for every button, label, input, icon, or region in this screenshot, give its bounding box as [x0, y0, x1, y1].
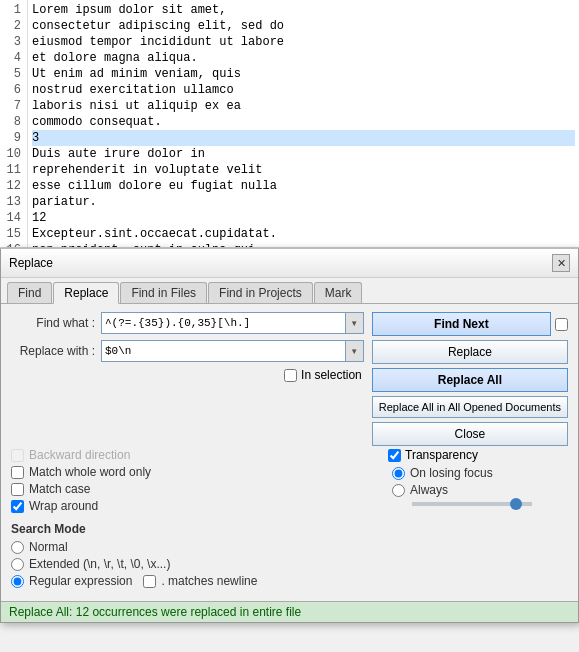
- line-number: 12: [4, 178, 21, 194]
- backward-direction-row: Backward direction: [11, 448, 378, 462]
- always-radio[interactable]: [392, 484, 405, 497]
- find-what-dropdown-arrow[interactable]: ▼: [346, 312, 364, 334]
- search-mode-section: Search Mode Normal Extended (\n, \r, \t,…: [11, 522, 378, 588]
- find-what-input[interactable]: [101, 312, 346, 334]
- match-case-label: Match case: [29, 482, 90, 496]
- options-area: Backward direction Match whole word only…: [11, 446, 568, 593]
- in-selection-row: In selection: [284, 368, 362, 382]
- on-losing-focus-radio[interactable]: [392, 467, 405, 480]
- dot-newline-label: . matches newline: [161, 574, 257, 588]
- tab-find-in-files[interactable]: Find in Files: [120, 282, 207, 303]
- editor-line: esse cillum dolore eu fugiat nulla: [32, 178, 575, 194]
- replace-with-row: Replace with : ▼: [11, 340, 364, 362]
- editor-line: Excepteur.sint.occaecat.cupidatat.: [32, 226, 575, 242]
- on-losing-focus-label: On losing focus: [410, 466, 493, 480]
- normal-label: Normal: [29, 540, 68, 554]
- tab-replace[interactable]: Replace: [53, 282, 119, 304]
- editor-line: laboris nisi ut aliquip ex ea: [32, 98, 575, 114]
- tab-find-in-projects[interactable]: Find in Projects: [208, 282, 313, 303]
- editor-content[interactable]: Lorem ipsum dolor sit amet,consectetur a…: [28, 0, 579, 247]
- transparency-checkbox[interactable]: [388, 449, 401, 462]
- replace-with-input[interactable]: [101, 340, 346, 362]
- always-row: Always: [392, 483, 568, 497]
- match-whole-word-label: Match whole word only: [29, 465, 151, 479]
- editor-line: 12: [32, 210, 575, 226]
- line-numbers: 123456789101112131415161718: [0, 0, 28, 247]
- always-label: Always: [410, 483, 448, 497]
- replace-dialog: Replace ✕ FindReplaceFind in FilesFind i…: [0, 248, 579, 623]
- editor-line: 3: [32, 130, 575, 146]
- editor-line: Duis aute irure dolor in: [32, 146, 575, 162]
- options-left: Backward direction Match whole word only…: [11, 448, 378, 591]
- line-number: 13: [4, 194, 21, 210]
- line-number: 4: [4, 50, 21, 66]
- replace-button[interactable]: Replace: [372, 340, 568, 364]
- transparency-slider-thumb[interactable]: [510, 498, 522, 510]
- editor-area: 123456789101112131415161718 Lorem ipsum …: [0, 0, 579, 248]
- line-number: 5: [4, 66, 21, 82]
- line-number: 11: [4, 162, 21, 178]
- find-what-label: Find what :: [11, 316, 101, 330]
- extended-radio[interactable]: [11, 558, 24, 571]
- replace-all-button[interactable]: Replace All: [372, 368, 568, 392]
- editor-line: eiusmod tempor incididunt ut labore: [32, 34, 575, 50]
- in-selection-checkbox[interactable]: [284, 369, 297, 382]
- dialog-titlebar: Replace ✕: [1, 249, 578, 278]
- wrap-around-row: Wrap around: [11, 499, 378, 513]
- editor-line: reprehenderit in voluptate velit: [32, 162, 575, 178]
- editor-line: et dolore magna aliqua.: [32, 50, 575, 66]
- line-number: 2: [4, 18, 21, 34]
- backward-direction-checkbox[interactable]: [11, 449, 24, 462]
- editor-line: pariatur.: [32, 194, 575, 210]
- tab-mark[interactable]: Mark: [314, 282, 363, 303]
- dialog-tabs: FindReplaceFind in FilesFind in Projects…: [1, 278, 578, 304]
- dialog-title: Replace: [9, 256, 53, 270]
- normal-radio[interactable]: [11, 541, 24, 554]
- line-number: 1: [4, 2, 21, 18]
- replace-all-opened-button[interactable]: Replace All in All Opened Documents: [372, 396, 568, 418]
- extended-radio-row: Extended (\n, \r, \t, \0, \x...): [11, 557, 378, 571]
- tab-find[interactable]: Find: [7, 282, 52, 303]
- editor-line: commodo consequat.: [32, 114, 575, 130]
- line-number: 6: [4, 82, 21, 98]
- dialog-close-button[interactable]: ✕: [552, 254, 570, 272]
- wrap-around-checkbox[interactable]: [11, 500, 24, 513]
- on-losing-focus-row: On losing focus: [392, 466, 568, 480]
- editor-line: Ut enim ad minim veniam, quis: [32, 66, 575, 82]
- search-mode-title: Search Mode: [11, 522, 378, 536]
- find-next-button[interactable]: Find Next: [372, 312, 551, 336]
- regex-radio[interactable]: [11, 575, 24, 588]
- editor-line: Lorem ipsum dolor sit amet,: [32, 2, 575, 18]
- dot-newline-checkbox[interactable]: [143, 575, 156, 588]
- editor-line: non.proident,.sunt.in.culpa.qui.: [32, 242, 575, 247]
- wrap-around-label: Wrap around: [29, 499, 98, 513]
- in-selection-label: In selection: [301, 368, 362, 382]
- transparency-label: Transparency: [405, 448, 478, 462]
- replace-with-combo: ▼: [101, 340, 364, 362]
- close-button[interactable]: Close: [372, 422, 568, 446]
- backward-direction-label: Backward direction: [29, 448, 130, 462]
- transparency-slider-wrap: [388, 500, 568, 508]
- editor-line: nostrud exercitation ullamco: [32, 82, 575, 98]
- match-case-row: Match case: [11, 482, 378, 496]
- find-what-combo: ▼: [101, 312, 364, 334]
- line-number: 10: [4, 146, 21, 162]
- buttons-column: Find Next Replace Replace All Replace Al…: [372, 312, 568, 446]
- match-whole-word-checkbox[interactable]: [11, 466, 24, 479]
- editor-line: consectetur adipiscing elit, sed do: [32, 18, 575, 34]
- find-what-row: Find what : ▼: [11, 312, 364, 334]
- line-number: 15: [4, 226, 21, 242]
- replace-with-dropdown-arrow[interactable]: ▼: [346, 340, 364, 362]
- line-number: 9: [4, 130, 21, 146]
- extended-label: Extended (\n, \r, \t, \0, \x...): [29, 557, 170, 571]
- match-case-checkbox[interactable]: [11, 483, 24, 496]
- line-number: 14: [4, 210, 21, 226]
- dialog-body: Find what : ▼ Replace with : ▼: [1, 304, 578, 601]
- transparency-slider[interactable]: [412, 502, 532, 506]
- line-number: 7: [4, 98, 21, 114]
- normal-radio-row: Normal: [11, 540, 378, 554]
- replace-with-label: Replace with :: [11, 344, 101, 358]
- transparency-section: Transparency On losing focus Always: [388, 448, 568, 591]
- transparency-radio-group: On losing focus Always: [392, 466, 568, 497]
- find-next-checkbox[interactable]: [555, 318, 568, 331]
